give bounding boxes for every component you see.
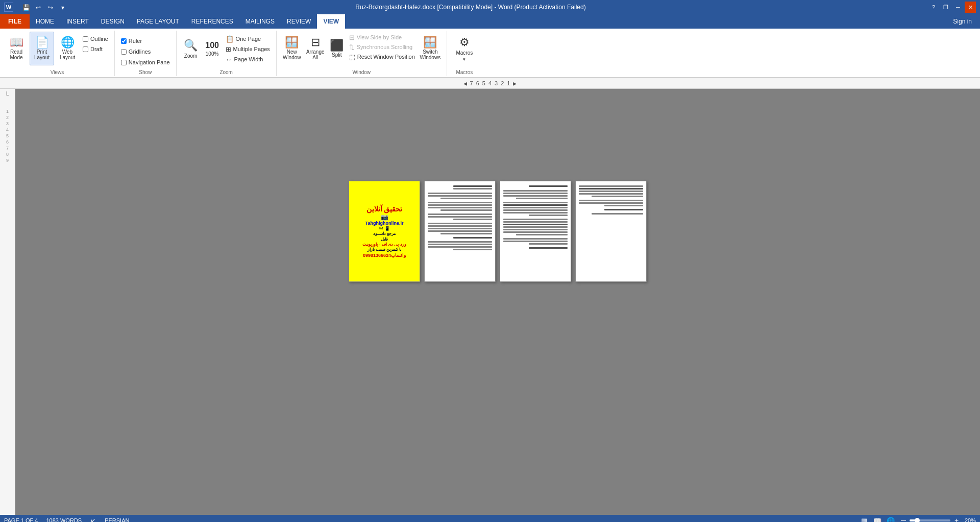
reset-window-position-button[interactable]: ⬚ Reset Window Position: [347, 52, 417, 61]
tab-page-layout[interactable]: PAGE LAYOUT: [131, 14, 185, 29]
ruler-end-marker: ▸: [513, 79, 517, 87]
macros-label: Macros: [456, 50, 473, 56]
p3-line-3: [503, 193, 568, 194]
p3-line-7: [503, 204, 568, 206]
page-number-5[interactable]: 5: [482, 80, 485, 86]
web-layout-button[interactable]: 🌐 Web Layout: [55, 32, 80, 65]
save-button[interactable]: 💾: [20, 2, 32, 13]
page-width-button[interactable]: ↔ Page Width: [224, 54, 272, 64]
gridlines-check[interactable]: [121, 49, 127, 55]
gridlines-checkbox[interactable]: Gridlines: [119, 46, 153, 57]
margin-mark-1: 1: [6, 109, 9, 114]
tab-insert[interactable]: INSERT: [60, 14, 95, 29]
sign-in-button[interactable]: Sign in: [945, 14, 980, 29]
arrange-all-label: Arrange All: [306, 49, 325, 60]
page1-line2: فایل: [381, 236, 388, 242]
restore-button[interactable]: ❐: [940, 2, 951, 13]
p3-line-16: [503, 229, 568, 230]
new-window-label: New Window: [282, 49, 302, 60]
zoom-out-button[interactable]: ─: [899, 516, 908, 522]
document-area[interactable]: تحقیق آنلاین 📷 Tahghighonline.ir ✉ 📱 مرج…: [15, 89, 980, 515]
tab-review[interactable]: REVIEW: [281, 14, 317, 29]
close-button[interactable]: ✕: [965, 2, 976, 13]
page-number-7[interactable]: 7: [470, 80, 473, 86]
view-side-by-side-button[interactable]: ⊟ View Side by Side: [347, 33, 417, 42]
page-number-6[interactable]: 6: [476, 80, 479, 86]
instagram-icon: 📷: [381, 213, 388, 221]
page-number-2[interactable]: 2: [501, 80, 504, 86]
p4-line-5: [592, 196, 643, 197]
margin-mark-6: 6: [6, 139, 9, 145]
zoom-100-button[interactable]: 100 100%: [202, 32, 223, 65]
draft-check[interactable]: [83, 46, 88, 52]
p4-line-10: [592, 213, 643, 215]
p3-line-18: [516, 234, 568, 235]
ribbon: FILE HOME INSERT DESIGN PAGE LAYOUT REFE…: [0, 14, 980, 78]
help-button[interactable]: ?: [928, 2, 939, 13]
main-area: L 1 2 3 4 5 6 7 8 9 تحقیق آنلاین 📷 Tahgh…: [0, 89, 980, 515]
zoom-slider-thumb[interactable]: [915, 518, 920, 522]
one-page-icon: 📋: [226, 35, 234, 43]
tab-references[interactable]: REFERENCES: [185, 14, 239, 29]
outline-checkbox[interactable]: Outline: [81, 34, 110, 44]
margin-mark-7: 7: [6, 146, 9, 151]
zoom-button[interactable]: 🔍 Zoom: [181, 32, 201, 65]
page-number-1[interactable]: 1: [507, 80, 510, 86]
reset-window-label: Reset Window Position: [357, 54, 415, 60]
p2-line-2: [453, 188, 492, 189]
page-number-3[interactable]: 3: [495, 80, 498, 86]
page1-phone: واتساپ09981366624: [363, 253, 406, 258]
tab-file[interactable]: FILE: [0, 14, 30, 29]
margin-mark-8: 8: [6, 152, 9, 157]
web-layout-view-btn[interactable]: 🌐: [886, 516, 895, 522]
outline-check[interactable]: [83, 36, 88, 42]
switch-windows-button[interactable]: 🪟 Switch Windows: [418, 32, 443, 65]
qat-dropdown-button[interactable]: ▾: [57, 2, 68, 13]
print-layout-view-btn[interactable]: ▦: [860, 516, 869, 522]
switch-windows-label: Switch Windows: [420, 49, 441, 60]
show-group-label: Show: [119, 67, 172, 76]
p4-line-2: [579, 188, 643, 189]
read-mode-view-btn[interactable]: 📖: [873, 516, 882, 522]
tab-design[interactable]: DESIGN: [95, 14, 131, 29]
redo-button[interactable]: ↪: [45, 2, 56, 13]
ruler-check[interactable]: [121, 38, 127, 44]
p2-line-17: [440, 233, 492, 234]
page1-icons-row: ✉ 📱: [379, 226, 390, 231]
word-icon: W: [4, 3, 13, 12]
p3-line-2: [503, 190, 568, 192]
tab-view[interactable]: VIEW: [317, 14, 345, 29]
ruler-checkbox[interactable]: Ruler: [119, 36, 144, 46]
window-group-label: Window: [281, 67, 443, 76]
multiple-pages-button[interactable]: ⊞ Multiple Pages: [224, 44, 272, 54]
switch-windows-icon: 🪟: [423, 37, 437, 48]
read-mode-label: Read Mode: [6, 49, 27, 60]
zoom-in-button[interactable]: +: [952, 516, 961, 522]
print-layout-button[interactable]: 📄 Print Layout: [30, 32, 54, 65]
draft-checkbox[interactable]: Draft: [81, 44, 110, 54]
ribbon-group-views: 📖 Read Mode 📄 Print Layout 🌐 Web Layout …: [0, 31, 115, 76]
p2-line-13: [428, 223, 492, 224]
spelling-check-icon[interactable]: 🗸: [90, 517, 96, 523]
read-mode-button[interactable]: 📖 Read Mode: [4, 32, 29, 65]
nav-pane-check[interactable]: [121, 60, 127, 65]
one-page-button[interactable]: 📋 One Page: [224, 34, 272, 44]
macros-button[interactable]: ⚙ Macros ▾: [451, 32, 478, 65]
undo-button[interactable]: ↩: [33, 2, 44, 13]
show-buttons: Ruler Gridlines Navigation Pane: [119, 32, 172, 67]
page-number-4[interactable]: 4: [488, 80, 492, 86]
navigation-pane-checkbox[interactable]: Navigation Pane: [119, 57, 172, 67]
title-bar: W 💾 ↩ ↪ ▾ Ruz-Bozorgdasht-Hafez.docx [Co…: [0, 0, 980, 14]
minimize-button[interactable]: ─: [952, 2, 964, 13]
synchronous-scrolling-button[interactable]: ⇅ Synchronous Scrolling: [347, 42, 417, 52]
p2-line-9: [440, 209, 492, 211]
tab-home[interactable]: HOME: [30, 14, 60, 29]
zoom-slider[interactable]: [910, 519, 950, 521]
tab-mailings[interactable]: MAILINGS: [239, 14, 281, 29]
p3-line-13: [503, 221, 568, 223]
arrange-all-button[interactable]: ⊟ Arrange All: [304, 32, 327, 65]
p2-line-6: [428, 202, 492, 203]
p2-line-8: [428, 207, 492, 208]
new-window-button[interactable]: 🪟 New Window: [281, 32, 303, 65]
split-button[interactable]: ⬛ Split: [328, 32, 346, 65]
